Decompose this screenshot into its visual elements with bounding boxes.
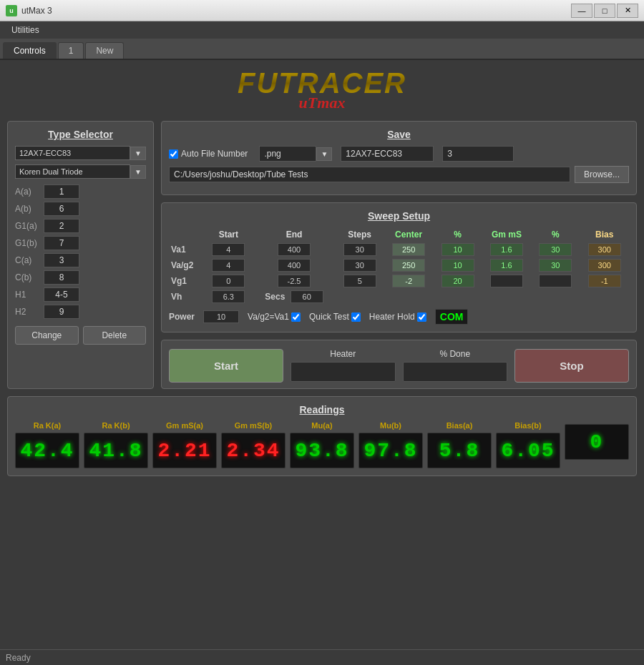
- minimize-button[interactable]: —: [571, 4, 592, 18]
- type-selector-title: Type Selector: [15, 129, 146, 140]
- vg1-pct[interactable]: [441, 275, 474, 287]
- tab-controls[interactable]: Controls: [3, 42, 57, 59]
- vag2-gmpct[interactable]: [539, 259, 572, 272]
- tube-type-arrow[interactable]: ▼: [130, 147, 146, 160]
- va1-end[interactable]: [278, 243, 311, 256]
- pin-value-h2[interactable]: [44, 305, 79, 319]
- sweep-options-row: Power Va/g2=Va1 Quick Test Heater Hold: [169, 309, 629, 325]
- secs-value[interactable]: [291, 290, 323, 303]
- va1-pct[interactable]: [441, 243, 474, 256]
- va1-gmpct[interactable]: [539, 243, 572, 256]
- reading-ra-ka: Ra K(a) 42.4: [15, 421, 79, 468]
- va1-center[interactable]: [392, 243, 425, 256]
- heater-hold-check[interactable]: Heater Hold: [369, 312, 426, 322]
- sweep-title: Sweep Setup: [169, 210, 629, 222]
- close-button[interactable]: ✕: [617, 4, 638, 18]
- pin-value-g1a[interactable]: [44, 219, 79, 233]
- action-panel: Start Heater % Done Stop: [161, 340, 637, 389]
- save-path-row: Browse...: [169, 166, 629, 183]
- utilities-menu[interactable]: Utilities: [6, 24, 45, 36]
- sweep-hdr-bias: Bias: [580, 227, 629, 242]
- sweep-row-va1: Va1: [169, 242, 629, 257]
- auto-file-number-label[interactable]: Auto File Number: [169, 149, 248, 159]
- vg1-end[interactable]: [278, 275, 311, 287]
- browse-button[interactable]: Browse...: [575, 166, 629, 183]
- reading-bias-b: Bias(b) 6.05: [496, 421, 560, 468]
- pin-row-ca: C(a): [15, 253, 146, 267]
- vag2-steps[interactable]: [343, 259, 376, 272]
- sweep-label-vag2: Va/g2: [169, 257, 204, 273]
- vg1-start[interactable]: [212, 275, 245, 287]
- file-ext-arrow[interactable]: ▼: [316, 147, 332, 161]
- vag2-end[interactable]: [278, 259, 311, 272]
- va-g2-va1-checkbox[interactable]: [291, 312, 301, 322]
- reading-label-mu-a: Mu(a): [290, 421, 354, 430]
- vg1-gm[interactable]: [490, 275, 523, 287]
- model-row: Koren Dual Triode ▼: [15, 164, 146, 179]
- reading-value-gm-b: 2.34: [221, 433, 286, 468]
- vg1-bias[interactable]: [588, 275, 621, 287]
- vg1-gmpct[interactable]: [539, 275, 572, 287]
- sweep-hdr-label: [169, 227, 204, 242]
- sweep-hdr-pct1: %: [433, 227, 482, 242]
- sweep-row-vag2: Va/g2: [169, 257, 629, 273]
- pin-value-ab[interactable]: [44, 202, 79, 216]
- sweep-row-vh: Vh Secs: [169, 289, 629, 305]
- start-button[interactable]: Start: [169, 349, 283, 383]
- title-bar: u utMax 3 — □ ✕: [0, 0, 644, 21]
- reading-value-extra: 0: [565, 424, 629, 460]
- done-progress-bar: [403, 362, 508, 382]
- power-value[interactable]: [203, 310, 239, 323]
- tab-1[interactable]: 1: [58, 42, 84, 59]
- quick-test-check[interactable]: Quick Test: [309, 312, 361, 322]
- vag2-center[interactable]: [392, 259, 425, 272]
- reading-label-bias-a: Bias(a): [427, 421, 492, 430]
- save-panel: Save Auto File Number ▼ Browse...: [161, 121, 637, 195]
- file-path-input[interactable]: [169, 167, 570, 182]
- quick-test-checkbox[interactable]: [351, 312, 361, 322]
- file-ext-input[interactable]: [259, 146, 316, 162]
- va-g2-va1-check[interactable]: Va/g2=Va1: [248, 312, 301, 322]
- vag2-start[interactable]: [212, 259, 245, 272]
- reading-label-bias-b: Bias(b): [496, 421, 560, 430]
- vg1-steps[interactable]: [343, 275, 376, 287]
- vag2-bias[interactable]: [588, 259, 621, 272]
- tube-name-input[interactable]: [341, 146, 434, 162]
- tab-new[interactable]: New: [85, 42, 124, 59]
- file-number-input[interactable]: [442, 146, 514, 162]
- pin-value-ca[interactable]: [44, 253, 79, 267]
- reading-value-bias-b: 6.05: [496, 433, 560, 468]
- model-arrow[interactable]: ▼: [130, 165, 146, 179]
- pin-value-cb[interactable]: [44, 270, 79, 285]
- heater-hold-label: Heater Hold: [369, 312, 415, 322]
- pin-value-h1[interactable]: [44, 287, 79, 302]
- vg1-center[interactable]: [392, 275, 425, 287]
- change-button[interactable]: Change: [15, 326, 79, 345]
- va1-gm[interactable]: [490, 243, 523, 256]
- left-panel: Type Selector 12AX7-ECC83 ▼ Koren Dual T…: [7, 121, 154, 389]
- pin-row-h1: H1: [15, 287, 146, 302]
- heater-progress-bar: [291, 362, 396, 382]
- logo-area: FUTRACER uTmax: [7, 67, 637, 112]
- tube-type-dropdown[interactable]: 12AX7-ECC83: [15, 146, 130, 160]
- va1-start[interactable]: [212, 243, 245, 256]
- delete-button[interactable]: Delete: [83, 326, 147, 345]
- logo-sub: uTmax: [7, 94, 637, 112]
- heater-hold-checkbox[interactable]: [417, 312, 426, 322]
- vh-start[interactable]: [212, 290, 245, 303]
- stop-button[interactable]: Stop: [514, 349, 629, 383]
- vag2-gm[interactable]: [490, 259, 523, 272]
- pin-table: A(a) A(b) G1(a) G1(b) C(a): [15, 184, 146, 319]
- va1-steps[interactable]: [343, 243, 376, 256]
- pin-value-aa[interactable]: [44, 184, 79, 199]
- sweep-hdr-center: Center: [384, 227, 433, 242]
- va1-bias[interactable]: [588, 243, 621, 256]
- vag2-pct[interactable]: [441, 259, 474, 272]
- maximize-button[interactable]: □: [594, 4, 615, 18]
- window-title: utMax 3: [21, 6, 571, 16]
- pin-value-g1b[interactable]: [44, 236, 79, 250]
- sweep-table: Start End Steps Center % Gm mS % Bias: [169, 227, 629, 305]
- model-dropdown[interactable]: Koren Dual Triode: [15, 164, 130, 179]
- auto-file-number-checkbox[interactable]: [169, 149, 178, 159]
- sweep-hdr-gm: Gm mS: [482, 227, 531, 242]
